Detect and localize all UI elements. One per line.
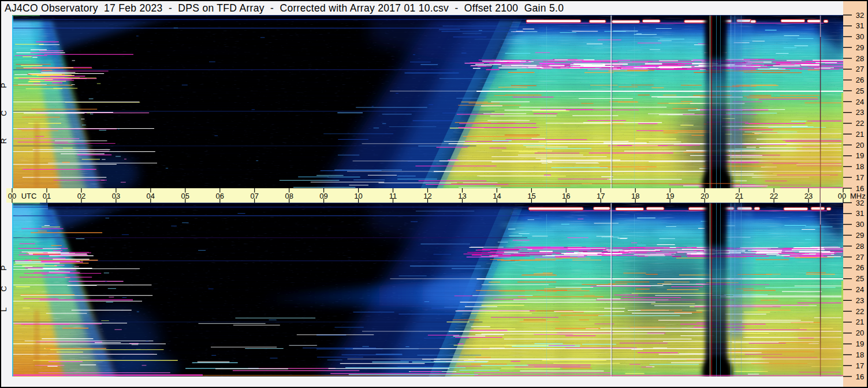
svg-text:22: 22 [770, 192, 778, 200]
svg-text:27: 27 [856, 253, 864, 262]
svg-text:AJ4CO Observatory 17 Feb 2023: AJ4CO Observatory 17 Feb 2023 - DPS on T… [5, 2, 564, 14]
svg-text:28: 28 [856, 242, 864, 251]
svg-text:31: 31 [856, 209, 864, 218]
svg-text:17: 17 [856, 361, 864, 370]
svg-text:C: C [0, 110, 8, 116]
svg-text:22: 22 [856, 307, 864, 316]
svg-text:16: 16 [562, 192, 570, 200]
svg-text:23: 23 [856, 108, 864, 117]
svg-text:17: 17 [856, 173, 864, 182]
svg-text:L: L [0, 307, 8, 312]
svg-text:31: 31 [856, 21, 864, 30]
svg-text:25: 25 [856, 87, 864, 95]
svg-text:UTC: UTC [21, 192, 37, 200]
svg-text:16: 16 [856, 184, 864, 193]
svg-text:06: 06 [216, 192, 224, 200]
svg-text:26: 26 [856, 263, 864, 272]
svg-text:25: 25 [856, 274, 864, 283]
svg-text:21: 21 [856, 130, 864, 139]
svg-text:19: 19 [856, 339, 864, 348]
svg-text:P: P [0, 83, 8, 88]
svg-text:26: 26 [856, 76, 864, 84]
svg-text:R: R [0, 138, 8, 144]
svg-text:19: 19 [856, 151, 864, 160]
svg-text:13: 13 [458, 192, 466, 200]
svg-text:00: 00 [8, 192, 16, 200]
svg-text:27: 27 [856, 65, 864, 73]
svg-text:22: 22 [856, 119, 864, 128]
svg-text:23: 23 [856, 296, 864, 305]
svg-text:20: 20 [856, 329, 864, 337]
svg-text:30: 30 [856, 220, 864, 229]
svg-text:04: 04 [147, 192, 155, 200]
svg-text:10: 10 [354, 192, 362, 200]
svg-text:03: 03 [112, 192, 120, 200]
svg-text:P: P [0, 265, 8, 270]
svg-text:20: 20 [701, 192, 709, 200]
svg-text:32: 32 [856, 199, 864, 207]
svg-text:07: 07 [250, 192, 258, 200]
svg-text:19: 19 [666, 192, 674, 200]
svg-text:29: 29 [856, 231, 864, 240]
svg-text:05: 05 [181, 192, 189, 200]
svg-text:29: 29 [856, 43, 864, 52]
svg-text:18: 18 [856, 350, 864, 359]
svg-text:21: 21 [735, 192, 743, 200]
svg-text:09: 09 [319, 192, 327, 200]
svg-text:01: 01 [43, 192, 51, 200]
svg-text:18: 18 [631, 192, 639, 200]
svg-text:28: 28 [856, 54, 864, 63]
svg-text:02: 02 [77, 192, 85, 200]
svg-text:18: 18 [856, 162, 864, 171]
svg-text:24: 24 [856, 285, 864, 294]
svg-text:14: 14 [493, 192, 501, 200]
svg-text:24: 24 [856, 98, 864, 106]
svg-text:21: 21 [856, 318, 864, 326]
svg-text:11: 11 [389, 192, 397, 200]
svg-text:12: 12 [423, 192, 431, 200]
svg-text:08: 08 [285, 192, 293, 200]
svg-text:00: 00 [838, 192, 846, 200]
svg-text:23: 23 [804, 192, 813, 200]
svg-text:30: 30 [856, 32, 864, 41]
svg-text:20: 20 [856, 141, 864, 150]
svg-text:17: 17 [597, 192, 605, 200]
svg-text:C: C [0, 286, 8, 292]
svg-text:32: 32 [856, 11, 864, 20]
svg-text:15: 15 [527, 192, 535, 200]
svg-text:16: 16 [856, 372, 864, 381]
